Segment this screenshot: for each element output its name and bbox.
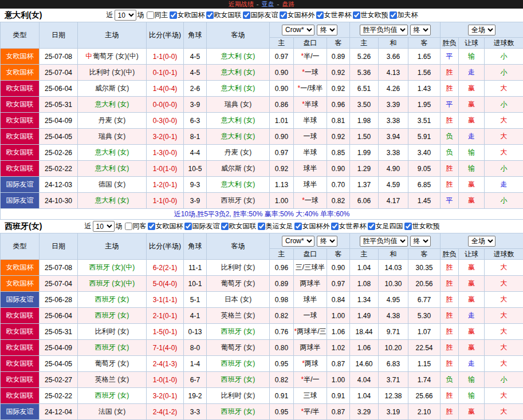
away-team-name: 意大利 (女) bbox=[221, 180, 255, 188]
handicap-away-odds: 1.00 bbox=[327, 372, 350, 388]
fulltime-scope-select[interactable]: 全场 bbox=[468, 25, 496, 35]
same-venue-checkbox[interactable] bbox=[147, 11, 154, 19]
avg-stage-select[interactable]: 终 bbox=[410, 25, 431, 35]
nav-link-recent-record[interactable]: 近期战绩 bbox=[229, 0, 254, 9]
handicap-home-odds: 0.90 bbox=[270, 129, 294, 145]
home-team-cell: 西班牙 (女)(中) bbox=[78, 260, 147, 276]
competition-checkbox[interactable] bbox=[316, 11, 324, 19]
competition-filter[interactable]: 奥运女足 bbox=[257, 221, 293, 231]
competition-filter[interactable]: 女世界杯 bbox=[315, 10, 352, 20]
away-team-name: 西班牙 (女) bbox=[221, 196, 255, 204]
avg-home-odds: 14.60 bbox=[350, 356, 379, 372]
avg-stage-select[interactable]: 终 bbox=[410, 236, 431, 247]
odds-subcol-1: 盘口 bbox=[294, 249, 327, 260]
away-team-name: 西班牙 (女) bbox=[221, 407, 255, 415]
competition-checkbox[interactable] bbox=[331, 223, 339, 230]
match-row: 欧女国联25-02-27英格兰 (女)1-0(1-0)6-7西班牙 (女)0.8… bbox=[1, 372, 523, 388]
result-goals: 大 bbox=[485, 324, 523, 340]
competition-filter[interactable]: 欧女国联 bbox=[220, 221, 257, 231]
result-outcome: 胜 bbox=[441, 356, 459, 372]
away-team-cell: 比利时 (女) bbox=[207, 388, 270, 404]
competition-filter[interactable]: 女欧国杯 bbox=[147, 221, 183, 231]
home-team-name: 意大利 (女) bbox=[95, 196, 129, 204]
competition-checkbox[interactable] bbox=[184, 223, 192, 230]
competition-filter[interactable]: 女国杯外 bbox=[293, 221, 330, 231]
avg-home-odds: 1.04 bbox=[350, 260, 379, 276]
avg-name-select[interactable]: 胜平负均值 bbox=[360, 236, 408, 247]
competition-filter[interactable]: 女足四国 bbox=[367, 221, 403, 231]
recent-count-select[interactable]: 10 bbox=[115, 10, 136, 21]
odds-subcol-0: 主 bbox=[270, 249, 294, 260]
competition-filter[interactable]: 国际友谊 bbox=[183, 221, 220, 231]
match-row: 国际友谊24-12-04法国 (女)2-4(1-2)3-3西班牙 (女)0.95… bbox=[1, 404, 523, 420]
away-team-cell: 意大利 (女) bbox=[207, 81, 270, 97]
odds-stage-select[interactable]: 终 bbox=[317, 236, 337, 247]
result-handicap: 赢 bbox=[459, 340, 485, 356]
result-goals: 大 bbox=[485, 129, 523, 145]
competition-checkbox[interactable] bbox=[206, 11, 214, 19]
competition-checkbox[interactable] bbox=[243, 11, 250, 19]
same-venue-checkbox[interactable] bbox=[125, 223, 132, 230]
corners-cell: 6-7 bbox=[184, 372, 207, 388]
result-outcome: 平 bbox=[441, 193, 459, 209]
competition-checkbox[interactable] bbox=[404, 223, 412, 230]
recent-count-select[interactable]: 10 bbox=[93, 221, 115, 232]
result-goals: 小 bbox=[485, 372, 523, 388]
fulltime-scope-select[interactable]: 全场 bbox=[468, 236, 496, 247]
competition-filter[interactable]: 女世界杯 bbox=[330, 221, 367, 231]
nav-link-handicap-trend[interactable]: 盘路 bbox=[282, 0, 294, 9]
same-venue-filter[interactable]: 同客 bbox=[124, 221, 147, 231]
home-team-cell: 西班牙 (女)(中) bbox=[78, 276, 147, 292]
match-type-badge: 欧女国联 bbox=[1, 340, 40, 356]
competition-checkbox[interactable] bbox=[148, 223, 155, 230]
avg-name-select[interactable]: 胜平负均值 bbox=[360, 25, 408, 35]
odds-company-select[interactable]: Crow* bbox=[282, 236, 314, 247]
avg-home-odds: 1.34 bbox=[350, 292, 379, 308]
match-date: 25-05-31 bbox=[40, 324, 78, 340]
competition-label: 女足四国 bbox=[376, 221, 403, 231]
competition-checkbox[interactable] bbox=[368, 223, 375, 230]
competition-checkbox[interactable] bbox=[294, 223, 302, 230]
odds-company-select[interactable]: Crow* bbox=[282, 25, 314, 35]
away-team-name: 葡萄牙 (女) bbox=[221, 279, 255, 287]
away-team-cell: 日本 (女) bbox=[207, 292, 270, 308]
competition-checkbox[interactable] bbox=[258, 223, 265, 230]
match-type-badge: 欧女国联 bbox=[1, 161, 40, 177]
handicap-star: * bbox=[302, 100, 305, 108]
match-date: 25-04-09 bbox=[40, 340, 78, 356]
competition-checkbox[interactable] bbox=[390, 11, 397, 19]
competition-checkbox[interactable] bbox=[353, 11, 360, 19]
result-handicap: 赢 bbox=[459, 97, 485, 113]
score-cell: 1-0(1-0) bbox=[147, 161, 184, 177]
home-team-name: 意大利 (女) bbox=[95, 100, 129, 108]
handicap-line: 三球 bbox=[294, 388, 327, 404]
competition-filter[interactable]: 世女欧预 bbox=[403, 221, 440, 231]
competition-filter[interactable]: 女欧国杯 bbox=[168, 10, 205, 20]
avg-home-odds: 4.04 bbox=[350, 372, 379, 388]
avg-draw-odds: 3.19 bbox=[379, 404, 408, 420]
competition-checkbox[interactable] bbox=[221, 223, 229, 230]
handicap-home-odds: 0.98 bbox=[270, 292, 294, 308]
competition-filter[interactable]: 女国杯外 bbox=[278, 10, 315, 20]
avg-away-odds: 3.40 bbox=[408, 145, 441, 161]
nav-link-asian-handicap[interactable]: 亚盘 bbox=[262, 0, 274, 9]
away-team-name: 丹麦 (女) bbox=[225, 148, 251, 156]
home-team-cell: 法国 (女) bbox=[78, 404, 147, 420]
odds-stage-select[interactable]: 终 bbox=[317, 25, 337, 35]
match-row: 欧女国联25-04-09西班牙 (女)7-1(4-0)8-0葡萄牙 (女)0.8… bbox=[1, 340, 523, 356]
handicap-away-odds: 1.06 bbox=[327, 324, 350, 340]
column-header-1: 日期 bbox=[40, 22, 78, 49]
result-handicap: 输 bbox=[459, 161, 485, 177]
competition-filter[interactable]: 国际友谊 bbox=[242, 10, 278, 20]
column-header-2: 主场 bbox=[78, 233, 147, 260]
competition-checkbox[interactable] bbox=[280, 11, 287, 19]
competition-filter[interactable]: 加夫杯 bbox=[388, 10, 418, 20]
home-team-name: 丹麦 (女) bbox=[99, 116, 125, 124]
competition-checkbox[interactable] bbox=[170, 11, 177, 19]
competition-filter[interactable]: 欧女国联 bbox=[205, 10, 242, 20]
competition-filter[interactable]: 世女欧预 bbox=[352, 10, 388, 20]
score-cell: 1-0(1-0) bbox=[147, 372, 184, 388]
same-venue-filter[interactable]: 同主 bbox=[146, 10, 168, 20]
team-title: 意大利(女) bbox=[5, 9, 42, 22]
away-team-cell: 比利时 (女) bbox=[207, 260, 270, 276]
